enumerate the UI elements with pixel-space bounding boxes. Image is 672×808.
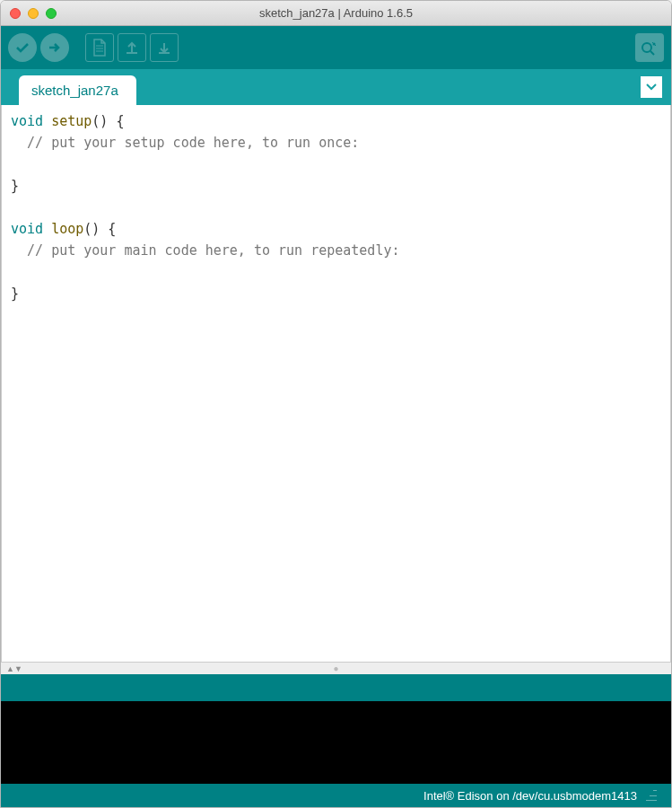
code-text: () { bbox=[83, 221, 116, 237]
keyword: void bbox=[11, 113, 43, 129]
function-name: setup bbox=[51, 113, 92, 129]
save-sketch-button[interactable] bbox=[150, 33, 179, 62]
traffic-lights bbox=[10, 8, 57, 19]
serial-monitor-icon bbox=[641, 40, 659, 56]
maximize-button[interactable] bbox=[46, 8, 57, 19]
comment: // put your setup code here, to run once… bbox=[11, 135, 359, 151]
tab-bar: sketch_jan27a bbox=[1, 69, 671, 105]
grip-icon: ● bbox=[333, 663, 338, 673]
code-editor[interactable]: void setup() { // put your setup code he… bbox=[1, 105, 671, 662]
divider-triangles: ▲▼ bbox=[6, 664, 22, 673]
tab-menu-button[interactable] bbox=[641, 76, 662, 98]
close-button[interactable] bbox=[10, 8, 21, 19]
svg-point-0 bbox=[642, 43, 651, 52]
window-title: sketch_jan27a | Arduino 1.6.5 bbox=[1, 6, 671, 20]
new-sketch-button[interactable] bbox=[85, 33, 114, 62]
keyword: void bbox=[11, 221, 43, 237]
arrow-up-icon bbox=[124, 40, 140, 56]
minimize-button[interactable] bbox=[28, 8, 39, 19]
status-bar bbox=[1, 674, 671, 701]
footer-bar: Intel® Edison on /dev/cu.usbmodem1413 bbox=[1, 784, 671, 807]
check-icon bbox=[14, 40, 31, 56]
verify-button[interactable] bbox=[8, 33, 37, 62]
titlebar[interactable]: sketch_jan27a | Arduino 1.6.5 bbox=[1, 1, 671, 26]
arduino-window: sketch_jan27a | Arduino 1.6.5 bbox=[0, 0, 672, 808]
toolbar bbox=[1, 26, 671, 69]
open-sketch-button[interactable] bbox=[118, 33, 146, 62]
resize-grip-icon[interactable] bbox=[646, 790, 657, 801]
code-text: } bbox=[11, 285, 19, 302]
serial-monitor-button[interactable] bbox=[635, 33, 664, 62]
arrow-right-icon bbox=[47, 40, 63, 56]
comment: // put your main code here, to run repea… bbox=[11, 242, 399, 259]
arrow-down-icon bbox=[156, 40, 172, 56]
console-output[interactable] bbox=[1, 701, 671, 784]
code-text: } bbox=[11, 178, 19, 194]
function-name: loop bbox=[51, 221, 83, 237]
document-icon bbox=[92, 39, 108, 57]
board-port-info: Intel® Edison on /dev/cu.usbmodem1413 bbox=[423, 789, 637, 803]
tab-sketch[interactable]: sketch_jan27a bbox=[19, 75, 136, 105]
upload-button[interactable] bbox=[40, 33, 69, 62]
chevron-down-icon bbox=[646, 83, 657, 91]
divider-bar[interactable]: ▲▼ ● bbox=[1, 662, 671, 674]
code-text: () { bbox=[92, 113, 124, 129]
